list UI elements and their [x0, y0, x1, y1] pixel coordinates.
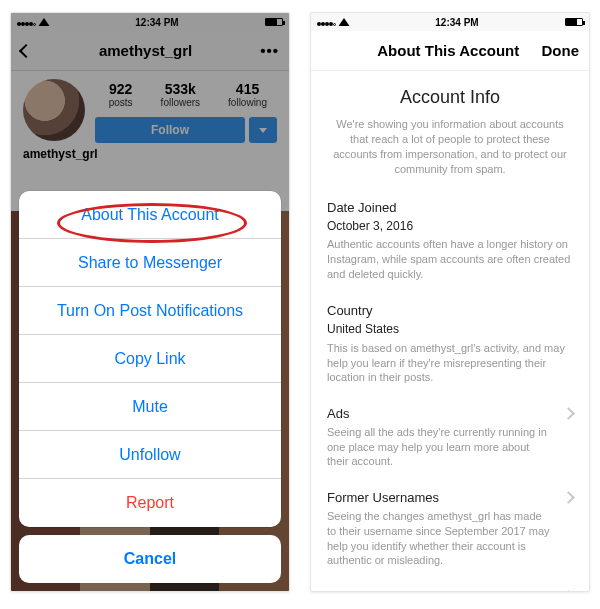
section-ads[interactable]: Ads Seeing all the ads they're currently… [327, 405, 573, 469]
former-label: Former Usernames [327, 489, 553, 507]
sheet-share-to-messenger[interactable]: Share to Messenger [19, 239, 281, 287]
action-sheet-overlay: About This Account Share to Messenger Tu… [11, 13, 289, 591]
former-desc: Seeing the changes amethyst_grl has made… [327, 509, 553, 568]
phone-profile-with-action-sheet: 12:34 PM amethyst_grl ••• 922 posts 533k… [10, 12, 290, 592]
about-content: Account Info We're showing you informati… [311, 71, 589, 591]
country-value: United States [327, 321, 573, 337]
sheet-turn-on-post-notifications[interactable]: Turn On Post Notifications [19, 287, 281, 335]
date-joined-label: Date Joined [327, 199, 573, 217]
date-joined-desc: Authentic accounts often have a longer h… [327, 237, 573, 282]
phone-about-this-account: 12:34 PM About This Account Done Account… [310, 12, 590, 592]
country-label: Country [327, 302, 573, 320]
sheet-report[interactable]: Report [19, 479, 281, 527]
battery-icon [565, 18, 583, 26]
section-country: Country United States This is based on a… [327, 302, 573, 385]
cell-signal-icon [317, 17, 336, 28]
sheet-mute[interactable]: Mute [19, 383, 281, 431]
section-former-usernames[interactable]: Former Usernames Seeing the changes amet… [327, 489, 573, 568]
status-bar: 12:34 PM [311, 13, 589, 31]
nav-title: About This Account [355, 42, 542, 59]
action-sheet: About This Account Share to Messenger Tu… [19, 191, 281, 527]
section-shared-followers[interactable]: Accounts With Shared Followers Seeing th… [327, 588, 573, 591]
done-button[interactable]: Done [542, 42, 580, 59]
wifi-icon [339, 18, 350, 26]
account-info-heading: Account Info [327, 85, 573, 109]
date-joined-value: October 3, 2016 [327, 218, 573, 234]
ads-label: Ads [327, 405, 553, 423]
ads-desc: Seeing all the ads they're currently run… [327, 425, 553, 470]
account-info-intro: We're showing you information about acco… [327, 117, 573, 176]
sheet-about-this-account[interactable]: About This Account [19, 191, 281, 239]
section-date-joined: Date Joined October 3, 2016 Authentic ac… [327, 199, 573, 282]
country-desc: This is based on amethyst_grl's activity… [327, 341, 573, 386]
sheet-cancel[interactable]: Cancel [19, 535, 281, 583]
sheet-copy-link[interactable]: Copy Link [19, 335, 281, 383]
clock: 12:34 PM [435, 17, 478, 28]
about-nav-header: About This Account Done [311, 31, 589, 71]
sheet-unfollow[interactable]: Unfollow [19, 431, 281, 479]
shared-label: Accounts With Shared Followers [327, 588, 553, 591]
